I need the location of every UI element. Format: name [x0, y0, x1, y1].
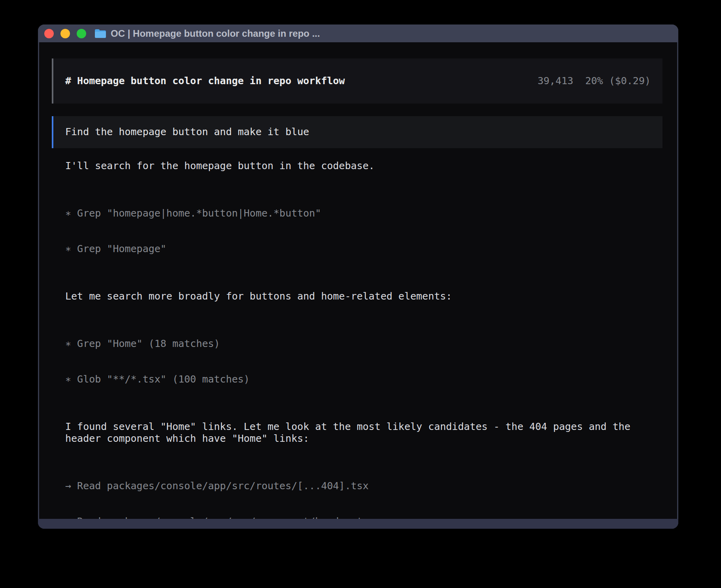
assistant-paragraph: I'll search for the homepage button in t… — [65, 160, 662, 172]
session-stats: 39,41320% ($0.29) — [538, 75, 651, 87]
folder-icon — [95, 29, 106, 38]
session-scroll-area[interactable]: # Homepage button color change in repo w… — [39, 42, 677, 519]
zoom-button[interactable] — [77, 29, 86, 38]
tool-call: → Read packages/console/app/src/routes/[… — [65, 480, 662, 492]
user-message-text: Find the homepage button and make it blu… — [65, 126, 309, 138]
user-message: Find the homepage button and make it blu… — [52, 116, 662, 148]
terminal-window: OC | Homepage button color change in rep… — [38, 24, 678, 529]
tool-call-list: ∗ Grep "Home" (18 matches) ∗ Glob "**/*.… — [65, 314, 662, 409]
tool-call: ∗ Grep "homepage|home.*button|Home.*butt… — [65, 207, 662, 219]
assistant-response: I'll search for the homepage button in t… — [65, 160, 662, 519]
assistant-paragraph: I found several "Home" links. Let me loo… — [65, 421, 662, 445]
title-bar[interactable]: OC | Homepage button color change in rep… — [38, 24, 678, 42]
context-usage: 20% ($0.29) — [585, 75, 651, 87]
tool-call: → Read packages/console/app/src/componen… — [65, 516, 662, 519]
window-title: OC | Homepage button color change in rep… — [111, 28, 320, 39]
minimize-button[interactable] — [60, 29, 70, 38]
tool-call: ∗ Grep "Home" (18 matches) — [65, 338, 662, 350]
traffic-lights — [44, 29, 86, 38]
tool-call-list: ∗ Grep "homepage|home.*button|Home.*butt… — [65, 184, 662, 279]
tool-call-list: → Read packages/console/app/src/routes/[… — [65, 456, 662, 519]
session-title: # Homepage button color change in repo w… — [65, 75, 345, 87]
window-title-group: OC | Homepage button color change in rep… — [95, 28, 320, 39]
assistant-paragraph: Let me search more broadly for buttons a… — [65, 290, 662, 302]
tool-call: ∗ Glob "**/*.tsx" (100 matches) — [65, 373, 662, 385]
terminal-content: # Homepage button color change in repo w… — [39, 42, 677, 519]
close-button[interactable] — [44, 29, 54, 38]
tool-call: ∗ Grep "Homepage" — [65, 243, 662, 255]
token-count: 39,413 — [538, 75, 573, 87]
session-header: # Homepage button color change in repo w… — [52, 58, 662, 104]
window-bottom-edge — [38, 519, 678, 529]
